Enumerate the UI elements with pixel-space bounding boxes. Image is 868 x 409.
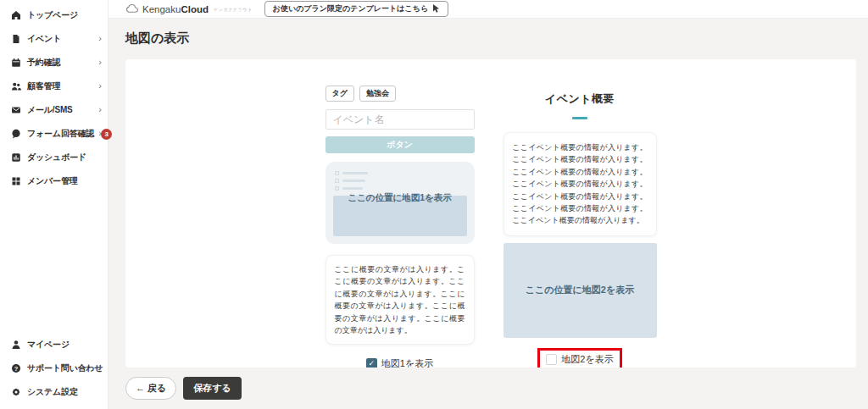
heading-accent-bar xyxy=(572,117,587,119)
sidebar-item-label: フォーム回答確認 xyxy=(27,128,94,140)
chat-icon xyxy=(11,129,21,139)
sidebar-item-reservation[interactable]: 予約確認 xyxy=(0,51,108,75)
gear-icon xyxy=(11,387,21,397)
plan-template-button-label: お使いのプラン限定のテンプレートはこちら xyxy=(273,3,428,14)
sidebar-item-label: メール/SMS xyxy=(27,104,73,116)
sidebar-item-label: 予約確認 xyxy=(27,57,60,69)
map1-preview-card: ここの位置に地図1を表示 xyxy=(326,162,475,244)
user-icon xyxy=(11,340,21,350)
sidebar: トップページ イベント 予約確認 顧客管理 メール/SMS フォーム回答確認 3 xyxy=(0,0,108,409)
skeleton-lines xyxy=(335,171,368,194)
home-icon xyxy=(11,10,21,20)
help-icon: ? xyxy=(11,363,21,373)
map1-checkbox[interactable] xyxy=(366,358,377,368)
map2-placeholder-text: ここの位置に地図2を表示 xyxy=(526,284,634,296)
chevron-right-icon xyxy=(98,80,102,91)
tag-chip: タグ xyxy=(326,86,354,102)
sidebar-item-label: イベント xyxy=(27,33,61,45)
overview-text-card: ここイベント概要の情報が入ります。ここイベント概要の情報が入ります。ここイベント… xyxy=(504,132,657,236)
members-icon xyxy=(11,176,21,186)
brand-name: KengakuCloud xyxy=(142,4,209,14)
back-button[interactable]: ← 戻る xyxy=(125,377,176,400)
chevron-right-icon xyxy=(98,362,102,373)
map1-visibility-checkbox-row[interactable]: 地図1を表示 xyxy=(326,357,475,368)
sidebar-item-mail-sms[interactable]: メール/SMS xyxy=(0,98,108,122)
svg-text:?: ? xyxy=(14,365,19,373)
sidebar-item-event[interactable]: イベント xyxy=(0,27,108,51)
dashboard-icon xyxy=(11,152,21,163)
save-button[interactable]: 保存する xyxy=(183,377,242,400)
cursor-icon xyxy=(432,4,440,14)
preview-column-left: タグ 勉強会 ボタン ここの位置に地図1を表示 ここに概要の文章がは入ります。こ… xyxy=(326,86,475,368)
overview-heading: イベント概要 xyxy=(504,91,657,107)
sidebar-item-system-settings[interactable]: システム設定 xyxy=(0,380,108,404)
sidebar-item-label: 顧客管理 xyxy=(27,80,60,92)
sidebar-item-label: マイページ xyxy=(27,339,70,351)
sidebar-item-label: システム設定 xyxy=(27,386,78,398)
summary-text-card: ここに概要の文章がは入ります。ここに概要の文章がは入ります。ここに概要の文章がは… xyxy=(326,255,475,345)
event-name-input xyxy=(326,109,475,130)
sidebar-item-my-page[interactable]: マイページ xyxy=(0,333,108,356)
cloud-icon xyxy=(125,2,139,17)
sidebar-item-members[interactable]: メンバー管理 xyxy=(0,169,108,193)
tag-chips: タグ 勉強会 xyxy=(326,86,475,102)
sidebar-item-label: トップページ xyxy=(27,9,78,21)
sidebar-nav: トップページ イベント 予約確認 顧客管理 メール/SMS フォーム回答確認 3 xyxy=(0,0,108,193)
customers-icon xyxy=(11,81,21,91)
preview-column-right: イベント概要 ここイベント概要の情報が入ります。ここイベント概要の情報が入ります… xyxy=(504,86,657,368)
sidebar-item-support[interactable]: ? サポート問い合わせ xyxy=(0,356,108,380)
event-icon xyxy=(11,34,21,44)
sidebar-item-top-page[interactable]: トップページ xyxy=(0,3,108,27)
chevron-right-icon xyxy=(98,57,102,67)
sidebar-item-label: メンバー管理 xyxy=(27,175,78,187)
map2-checkbox-label: 地図2を表示 xyxy=(561,353,613,366)
map2-visibility-checkbox-row-highlighted[interactable]: 地図2を表示 xyxy=(537,348,621,368)
sidebar-item-label: ダッシュボード xyxy=(27,152,86,163)
sidebar-item-dashboard[interactable]: ダッシュボード xyxy=(0,146,108,169)
sidebar-item-customers[interactable]: 顧客管理 xyxy=(0,75,108,98)
map1-placeholder-text: ここの位置に地図1を表示 xyxy=(326,192,475,204)
footer-actions: ← 戻る 保存する xyxy=(125,377,856,400)
map2-placeholder-area: ここの位置に地図2を表示 xyxy=(504,243,657,338)
page-title: 地図の表示 xyxy=(125,25,856,59)
preview-button: ボタン xyxy=(326,136,475,153)
chevron-right-icon xyxy=(98,128,102,138)
brand-tagline: ケンガククラウド xyxy=(214,7,253,12)
sidebar-item-form-responses[interactable]: フォーム回答確認 3 xyxy=(0,122,108,146)
calendar-icon xyxy=(11,58,21,68)
sidebar-item-label: サポート問い合わせ xyxy=(27,362,103,374)
map-settings-panel: タグ 勉強会 ボタン ここの位置に地図1を表示 ここに概要の文章がは入ります。こ… xyxy=(125,59,856,368)
top-bar: KengakuCloud ケンガククラウド お使いのプラン限定のテンプレートはこ… xyxy=(108,0,868,19)
sidebar-bottom-nav: マイページ ? サポート問い合わせ システム設定 xyxy=(0,333,108,404)
main-content: 地図の表示 タグ 勉強会 ボタン ここの位置に地図1を表示 xyxy=(108,19,868,409)
notification-badge: 3 xyxy=(101,129,112,140)
tag-chip: 勉強会 xyxy=(359,86,396,102)
plan-template-button[interactable]: お使いのプラン限定のテンプレートはこちら xyxy=(264,1,448,17)
chevron-right-icon xyxy=(98,104,102,114)
chevron-right-icon xyxy=(98,33,102,43)
brand-logo: KengakuCloud ケンガククラウド xyxy=(125,2,253,17)
map1-checkbox-label: 地図1を表示 xyxy=(381,357,433,368)
map2-checkbox[interactable] xyxy=(546,354,557,365)
mail-icon xyxy=(11,105,21,115)
